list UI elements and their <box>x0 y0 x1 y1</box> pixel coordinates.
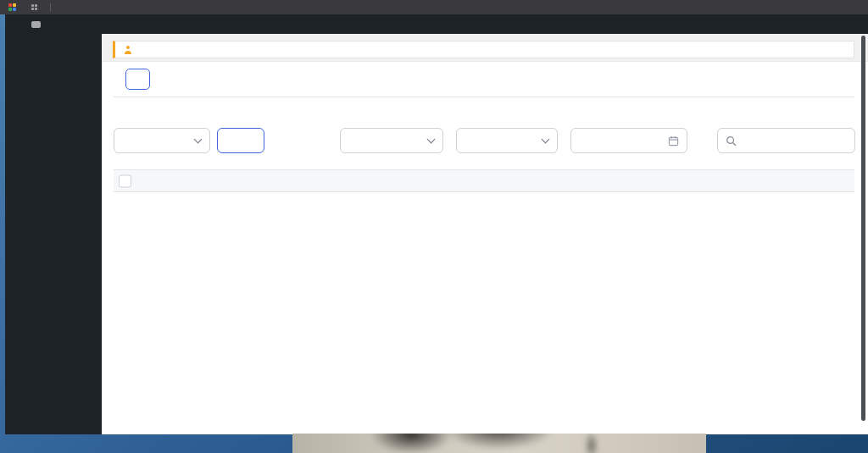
browser-window <box>5 14 868 434</box>
screen-recording-video-overlay <box>292 434 706 453</box>
filters-bar <box>114 97 854 169</box>
page-scrollbar[interactable] <box>861 36 865 421</box>
enroll-students-button[interactable] <box>125 69 150 90</box>
enrollment-table <box>114 169 854 434</box>
apps-grid-icon <box>8 3 16 11</box>
bulk-action-select[interactable] <box>114 128 210 153</box>
panel-header <box>114 62 854 97</box>
admin-content <box>102 34 868 434</box>
table-header <box>114 169 854 192</box>
chevron-down-icon <box>194 135 203 144</box>
bookmarks-separator <box>50 3 51 11</box>
reset-button[interactable] <box>293 128 298 153</box>
comment-bubble-icon <box>31 21 41 28</box>
apps-shortcut[interactable] <box>8 3 20 11</box>
select-all-checkbox[interactable] <box>119 174 131 187</box>
search-icon <box>726 135 737 146</box>
chevron-down-icon <box>542 135 550 144</box>
search-field <box>717 128 855 153</box>
desktop <box>0 0 868 453</box>
user-icon <box>124 46 132 54</box>
admin-bar-comments[interactable] <box>31 21 44 28</box>
chevron-down-icon <box>427 135 436 144</box>
bookmark-grid-icon[interactable] <box>31 4 39 10</box>
apply-button[interactable] <box>217 128 264 153</box>
date-filter-field <box>570 128 687 153</box>
sort-by-select[interactable] <box>456 128 558 153</box>
course-select[interactable] <box>340 128 443 153</box>
enrollment-panel <box>102 61 868 434</box>
date-input[interactable] <box>579 134 662 147</box>
wp-admin-bar <box>5 14 868 34</box>
testing-notice <box>113 41 854 58</box>
browser-bookmarks-bar <box>0 0 868 14</box>
wp-admin-sidebar <box>5 34 102 434</box>
calendar-icon[interactable] <box>668 135 679 146</box>
search-input[interactable] <box>743 134 847 147</box>
